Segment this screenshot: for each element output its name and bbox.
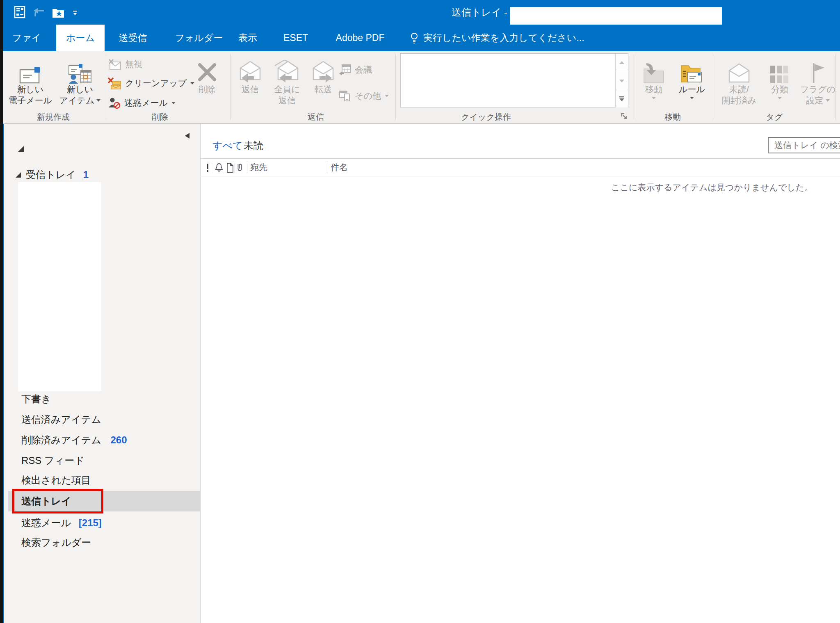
delete-button[interactable]: 削除: [187, 53, 228, 121]
move-icon: [643, 53, 664, 84]
column-header-importance-icon[interactable]: [206, 163, 210, 173]
unread-count: 1: [83, 169, 89, 180]
ignore-icon: [108, 59, 121, 70]
tellme-label: 実行したい作業を入力してください...: [423, 32, 584, 44]
quick-steps-scroll-up-button[interactable]: [615, 54, 628, 72]
sidebar-item-detected[interactable]: 検出された項目: [0, 470, 196, 490]
sidebar-item-rss[interactable]: RSS フィード: [0, 451, 196, 470]
group-divider: [106, 54, 106, 120]
reply-all-button[interactable]: 全員に 返信: [269, 53, 306, 121]
expand-triangle-icon: [18, 146, 24, 152]
new-email-icon: [19, 53, 41, 84]
new-items-icon: [68, 53, 92, 84]
qat-folder-star-button[interactable]: [52, 7, 65, 19]
dropdown-caret-icon: [652, 97, 656, 99]
header-separator: [213, 163, 213, 173]
dropdown-caret-icon: [96, 99, 100, 102]
header-separator: [225, 163, 225, 173]
dialog-launcher-icon: [621, 113, 628, 121]
forward-icon: [310, 53, 336, 84]
column-header-attachment-icon[interactable]: [236, 162, 243, 173]
qat-customize-button[interactable]: [71, 10, 79, 16]
tab-view[interactable]: 表示: [237, 25, 258, 51]
unread-envelope-icon: [727, 53, 751, 84]
group-divider: [835, 54, 835, 120]
col-header-subject[interactable]: 件名: [331, 162, 348, 173]
group-label-delete: 削除: [135, 112, 185, 122]
qat-send-receive-button[interactable]: [14, 5, 27, 20]
follow-up-button[interactable]: フラグの 設定: [799, 53, 837, 121]
column-header-row: [201, 158, 840, 176]
dropdown-caret-icon: [690, 97, 694, 99]
send-receive-icon: [14, 6, 26, 19]
tab-file[interactable]: ファイル: [10, 25, 43, 51]
expand-triangle-icon: [16, 172, 21, 178]
group-divider: [714, 54, 714, 120]
rules-icon: [680, 53, 703, 84]
pane-splitter-handle[interactable]: [185, 133, 190, 139]
column-header-item-type-icon[interactable]: [226, 162, 234, 173]
sidebar-item-inbox[interactable]: 受信トレイ 1: [16, 167, 89, 182]
column-header-reminder-icon[interactable]: [215, 162, 223, 173]
sidebar-item-sent[interactable]: 送信済みアイテム: [0, 410, 196, 429]
group-label-tags: タグ: [754, 112, 795, 122]
more-respond-button[interactable]: その他: [339, 88, 389, 104]
rules-button[interactable]: ルール: [674, 53, 710, 121]
lightbulb-icon: [410, 32, 418, 44]
sidebar-item-drafts[interactable]: 下書き: [0, 389, 196, 409]
junk-button[interactable]: 迷惑メール: [108, 95, 176, 111]
tab-adobe-pdf[interactable]: Adobe PDF: [333, 25, 387, 51]
tab-home[interactable]: ホーム: [56, 25, 105, 51]
sidebar-item-deleted[interactable]: 削除済みアイテム 260: [0, 430, 196, 450]
undo-icon: [33, 7, 46, 18]
window-title: 送信トレイ -: [409, 0, 507, 25]
categorize-icon: [770, 53, 789, 84]
cleanup-button[interactable]: クリーンアップ: [107, 75, 194, 91]
item-count: [215]: [79, 517, 102, 528]
quick-steps-overflow-button[interactable]: [615, 90, 628, 107]
tellme-box[interactable]: 実行したい作業を入力してください...: [410, 25, 584, 51]
filter-all[interactable]: すべて: [212, 139, 243, 152]
header-separator: [327, 163, 327, 173]
tab-send-receive[interactable]: 送受信: [115, 25, 151, 51]
qat-undo-button[interactable]: [33, 6, 46, 19]
quick-steps-scroll-down-button[interactable]: [615, 72, 628, 90]
categorize-button[interactable]: 分類: [764, 53, 796, 121]
forward-button[interactable]: 転送: [307, 53, 340, 121]
group-label-new: 新規作成: [25, 112, 82, 122]
unread-read-button[interactable]: 未読/ 開封済み: [718, 53, 760, 121]
filter-unread[interactable]: 未読: [244, 139, 263, 152]
tab-folder[interactable]: フォルダー: [173, 25, 225, 51]
meeting-button[interactable]: 会議: [339, 62, 372, 78]
quick-steps-dialog-launcher[interactable]: [621, 113, 630, 122]
dropdown-caret-icon: [385, 95, 389, 97]
search-input[interactable]: [768, 137, 840, 153]
ignore-button[interactable]: 無視: [108, 56, 142, 73]
meeting-icon: [339, 64, 351, 75]
group-divider: [395, 54, 396, 120]
dropdown-caret-icon: [171, 102, 176, 104]
group-divider: [634, 54, 634, 120]
reply-icon: [237, 53, 263, 84]
new-items-button[interactable]: 新しい アイテム: [57, 53, 103, 121]
col-header-to[interactable]: 宛先: [250, 162, 267, 173]
dropdown-caret-icon: [826, 99, 830, 102]
sidebar-item-search-folders[interactable]: 検索フォルダー: [0, 533, 196, 552]
tab-eset[interactable]: ESET: [283, 25, 308, 51]
delete-icon: [196, 53, 219, 84]
empty-state-text: ここに表示するアイテムは見つかりませんでした。: [611, 182, 813, 193]
group-label-quick-steps: クイック操作: [447, 112, 525, 122]
quick-steps-gallery[interactable]: [400, 53, 628, 107]
outbox-red-highlight: [12, 489, 103, 513]
move-button[interactable]: 移動: [637, 53, 671, 121]
group-divider: [231, 54, 231, 120]
header-separator: [235, 163, 235, 173]
reply-all-icon: [274, 53, 301, 84]
cleanup-icon: [107, 77, 121, 89]
reply-button[interactable]: 返信: [234, 53, 267, 121]
gallery-overflow-icon: [619, 96, 624, 102]
new-email-button[interactable]: 新しい 電子メール: [6, 53, 55, 121]
sidebar-item-junk[interactable]: 迷惑メール [215]: [0, 513, 196, 533]
folder-tree-root-toggle[interactable]: [18, 146, 25, 153]
group-label-respond: 返信: [287, 112, 345, 122]
